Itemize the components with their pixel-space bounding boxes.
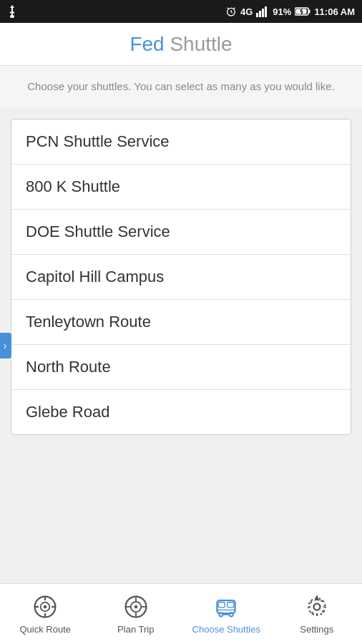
settings-icon — [304, 594, 330, 620]
status-right: 4G 91% 11:06 AM — [225, 6, 355, 17]
nav-label-plan-trip: Plan Trip — [117, 624, 154, 635]
shuttle-label-pcn: PCN Shuttle Service — [26, 132, 170, 150]
shuttle-item-north[interactable]: North Route — [11, 345, 351, 390]
status-left — [7, 5, 17, 18]
nav-item-choose-shuttles[interactable]: Choose Shuttles — [181, 584, 272, 644]
shuttle-item-glebe[interactable]: Glebe Road — [11, 390, 351, 434]
shuttle-item-doe[interactable]: DOE Shuttle Service — [11, 210, 351, 255]
shuttle-list: PCN Shuttle Service 800 K Shuttle DOE Sh… — [11, 119, 351, 435]
svg-rect-8 — [309, 10, 310, 14]
svg-point-33 — [313, 603, 320, 610]
nav-item-quick-route[interactable]: Quick Route — [0, 584, 91, 644]
shuttle-item-tenleytown[interactable]: Tenleytown Route — [11, 300, 351, 345]
app-header: Fed Shuttle — [0, 23, 362, 66]
signal-icon — [256, 6, 269, 17]
subtitle-text: Choose your shuttles. You can select as … — [27, 80, 334, 92]
nav-item-settings[interactable]: Settings — [272, 584, 363, 644]
status-bar: 4G 91% 11:06 AM — [0, 0, 362, 23]
battery-icon — [295, 6, 310, 16]
svg-point-18 — [44, 605, 47, 608]
choose-shuttles-icon — [213, 594, 239, 620]
shuttle-item-capitol[interactable]: Capitol Hill Campus — [11, 255, 351, 300]
svg-rect-5 — [265, 6, 267, 17]
svg-rect-2 — [256, 13, 258, 17]
svg-rect-4 — [262, 9, 264, 17]
app-title-fed: Fed — [129, 33, 164, 55]
shuttle-label-glebe: Glebe Road — [26, 403, 109, 421]
battery-label: 91% — [273, 6, 291, 17]
svg-rect-0 — [10, 15, 14, 18]
shuttle-label-tenleytown: Tenleytown Route — [26, 313, 151, 331]
shuttle-label-capitol: Capitol Hill Campus — [26, 268, 164, 286]
app-title-shuttle: Shuttle — [165, 33, 233, 55]
shuttle-label-north: North Route — [26, 358, 111, 376]
bottom-nav: Quick Route Plan Trip — [0, 583, 362, 644]
plan-trip-icon — [123, 594, 149, 620]
nav-label-quick-route: Quick Route — [19, 624, 71, 635]
svg-rect-27 — [218, 602, 225, 607]
nav-label-choose-shuttles: Choose Shuttles — [192, 624, 260, 635]
shuttle-label-doe: DOE Shuttle Service — [26, 223, 170, 240]
usb-icon — [7, 5, 17, 18]
svg-rect-3 — [259, 11, 261, 17]
main-content: › PCN Shuttle Service 800 K Shuttle DOE … — [0, 108, 362, 584]
svg-rect-28 — [228, 602, 234, 607]
svg-point-21 — [134, 605, 138, 608]
side-arrow[interactable]: › — [0, 333, 11, 358]
subtitle: Choose your shuttles. You can select as … — [0, 66, 362, 108]
time-label: 11:06 AM — [314, 6, 355, 17]
app-title: Fed Shuttle — [129, 33, 232, 56]
svg-point-34 — [308, 598, 325, 615]
nav-item-plan-trip[interactable]: Plan Trip — [91, 584, 182, 644]
shuttle-item-800k[interactable]: 800 K Shuttle — [11, 165, 351, 210]
shuttle-item-pcn[interactable]: PCN Shuttle Service — [11, 119, 351, 165]
svg-point-31 — [230, 613, 233, 616]
quick-route-icon — [32, 594, 58, 620]
alarm-icon — [225, 6, 237, 17]
signal-label: 4G — [240, 6, 253, 17]
nav-label-settings: Settings — [300, 624, 333, 635]
svg-point-30 — [219, 613, 222, 616]
shuttle-label-800k: 800 K Shuttle — [26, 177, 120, 195]
